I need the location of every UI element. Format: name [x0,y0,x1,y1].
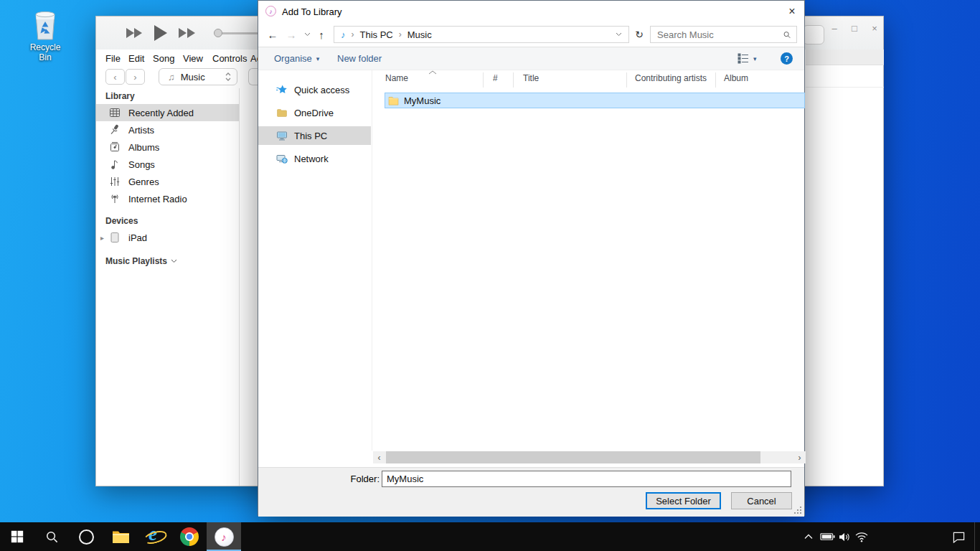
sidebar-item-internet-radio[interactable]: Internet Radio [96,190,239,207]
show-desktop-divider[interactable] [974,522,975,551]
column-divider[interactable] [513,72,514,88]
music-playlists-header[interactable]: Music Playlists [105,256,177,266]
scroll-right-arrow[interactable]: › [793,451,806,463]
itunes-minimize-button[interactable]: – [826,20,842,36]
help-button[interactable]: ? [781,52,793,65]
column-header-album[interactable]: Album [724,73,748,83]
sidebar-item-genres[interactable]: Genres [96,173,239,190]
volume-tray-icon[interactable] [835,522,854,551]
cancel-button[interactable]: Cancel [731,492,792,509]
organise-menu-button[interactable]: Organise ▾ [274,47,319,70]
back-button[interactable]: ← [264,22,281,47]
battery-icon [820,532,835,541]
folder-name-input[interactable] [382,471,791,487]
network-tray-icon[interactable] [852,522,871,551]
view-dropdown-caret[interactable]: ▾ [753,47,757,70]
volume-slider-track[interactable] [218,32,258,34]
sidebar-item-label: iPad [128,232,147,243]
itunes-forward-button[interactable]: › [126,69,145,85]
itunes-search-field[interactable] [803,25,824,44]
address-bar[interactable]: ♪ › This PC › Music [334,26,629,43]
speaker-icon [838,532,852,542]
menu-song[interactable]: Song [153,50,174,67]
dropdown-caret-icon: ▾ [316,55,320,62]
dialog-command-bar: Organise ▾ New folder ▾ ? [258,47,804,70]
expand-caret-icon[interactable]: ▸ [100,234,104,242]
recycle-bin-label: Recycle Bin [24,42,67,62]
breadcrumb-music[interactable]: Music [407,29,432,40]
internet-explorer-icon: e [145,527,165,546]
volume-slider-knob[interactable] [214,29,222,37]
sidebar-item-albums[interactable]: Albums [96,138,239,156]
menu-file[interactable]: File [105,50,121,67]
windows-logo-icon [11,530,24,543]
music-playlists-label: Music Playlists [105,256,167,266]
dialog-title: Add To Library [282,6,342,17]
chevron-up-icon [804,533,814,540]
fast-forward-button[interactable] [178,25,197,41]
itunes-sidebar: Library Recently Added Artists [96,88,240,486]
sidebar-item-recently-added[interactable]: Recently Added [96,104,239,121]
column-header-name[interactable]: Name [385,73,408,83]
itunes-close-button[interactable]: × [867,20,882,36]
horizontal-scrollbar[interactable]: ‹ › [373,451,806,463]
dialog-navigation-bar: ← → ↑ ♪ › This PC › Music ↻ [258,22,804,47]
column-header-title[interactable]: Title [523,73,539,83]
menu-controls[interactable]: Controls [212,50,247,67]
search-input[interactable] [651,29,783,40]
up-one-level-button[interactable]: ↑ [313,22,330,47]
forward-button[interactable]: → [283,22,300,47]
file-row-mymusic[interactable]: MyMusic [385,93,805,108]
chrome-button[interactable] [172,522,207,551]
album-icon [109,141,121,153]
pane-divider [372,70,372,451]
taskbar-search-button[interactable] [34,522,69,551]
refresh-button[interactable]: ↻ [631,22,647,47]
new-folder-label: New folder [337,53,382,64]
select-folder-button[interactable]: Select Folder [646,492,721,509]
column-divider[interactable] [626,72,627,88]
media-kind-selector[interactable]: ♫ Music [159,68,237,85]
show-hidden-icons-button[interactable] [799,522,818,551]
itunes-taskbar-button-active[interactable]: ♪ [207,522,241,551]
nav-pane-quick-access[interactable]: Quick access [258,80,371,99]
column-divider[interactable] [715,72,716,88]
scrollbar-thumb[interactable] [386,451,760,463]
nav-pane-this-pc[interactable]: This PC [258,126,371,145]
sidebar-item-songs[interactable]: Songs [96,156,239,173]
play-button[interactable] [152,25,169,41]
file-explorer-button[interactable] [103,522,138,551]
nav-pane-onedrive[interactable]: OneDrive [258,103,371,122]
action-center-button[interactable] [947,522,970,551]
search-icon [783,30,791,39]
menu-edit[interactable]: Edit [128,50,144,67]
internet-explorer-button[interactable]: e [138,522,172,551]
start-button[interactable] [0,522,34,551]
recent-locations-chevron[interactable] [301,22,313,47]
itunes-app-icon: ♪ [265,6,276,17]
scroll-left-arrow[interactable]: ‹ [373,451,385,463]
add-to-library-dialog: ♪ Add To Library × ← → ↑ ♪ › This PC › M… [258,0,805,516]
battery-tray-icon[interactable] [818,522,837,551]
cortana-button[interactable] [69,522,103,551]
address-dropdown-chevron[interactable] [616,32,622,37]
menu-view[interactable]: View [183,50,203,67]
itunes-back-button[interactable]: ‹ [105,69,125,85]
rewind-button[interactable] [125,25,143,41]
sidebar-item-ipad[interactable]: ▸ iPad [96,229,239,246]
sidebar-item-artists[interactable]: Artists [96,121,239,138]
nav-pane-network[interactable]: Network [258,149,371,168]
recycle-bin[interactable]: Recycle Bin [24,8,67,62]
search-box[interactable] [650,26,797,43]
beamed-note-icon: ♫ [168,72,175,83]
column-header-number[interactable]: # [493,73,498,83]
dialog-titlebar[interactable]: ♪ Add To Library × [258,1,804,22]
resize-grip[interactable] [794,507,802,514]
itunes-maximize-button[interactable]: □ [847,20,862,36]
new-folder-button[interactable]: New folder [337,47,382,70]
column-header-contributing-artists[interactable]: Contributing artists [635,73,707,83]
column-divider[interactable] [483,72,484,88]
change-view-icon[interactable] [738,53,749,64]
breadcrumb-this-pc[interactable]: This PC [360,29,393,40]
dialog-close-button[interactable]: × [781,1,803,22]
